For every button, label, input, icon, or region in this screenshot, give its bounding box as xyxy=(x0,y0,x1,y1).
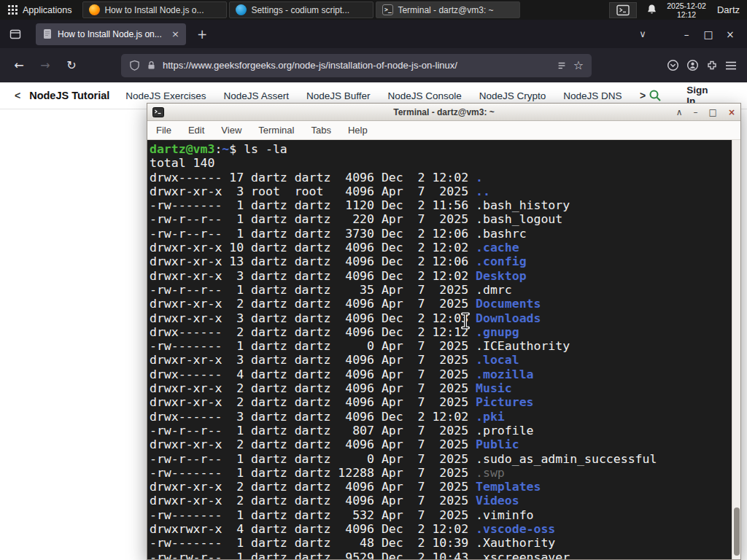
applications-grid-icon xyxy=(8,5,18,15)
user-menu[interactable]: Dartz xyxy=(716,4,740,15)
notification-bell-icon[interactable] xyxy=(646,4,657,17)
sitenav-link[interactable]: NodeJS Assert xyxy=(224,90,289,101)
search-icon[interactable] xyxy=(649,89,662,102)
prompt-symbol: $ xyxy=(229,142,244,156)
reader-mode-icon[interactable] xyxy=(557,61,567,71)
file-name: Videos xyxy=(476,494,519,508)
terminal-titlebar[interactable]: Terminal - dartz@vm3: ~ ∧ – □ × xyxy=(147,104,740,121)
pocket-icon[interactable] xyxy=(667,59,679,71)
file-name: .vscode-oss xyxy=(476,522,555,536)
tray-terminal-icon[interactable] xyxy=(609,2,637,18)
terminal-shade-button[interactable]: ∧ xyxy=(676,107,683,117)
total-line: total 140 xyxy=(150,156,214,170)
extensions-icon[interactable] xyxy=(706,60,718,71)
bookmark-star-icon[interactable]: ☆ xyxy=(573,58,584,72)
terminal-menu-terminal[interactable]: Terminal xyxy=(258,125,294,136)
terminal-body: dartz@vm3:~$ ls -la total 140 drwx------… xyxy=(147,140,740,559)
file-meta: drwx------ 4 dartz dartz 4096 Apr 7 2025 xyxy=(150,368,476,381)
lock-icon[interactable] xyxy=(147,60,156,71)
file-meta: drwxr-xr-x 2 dartz dartz 4096 Apr 7 2025 xyxy=(150,438,476,451)
file-name: .sudo_as_admin_successful xyxy=(476,452,657,466)
terminal-maximize-button[interactable]: □ xyxy=(709,107,717,117)
window-close-button[interactable]: × xyxy=(719,28,741,40)
toolbar-right-buttons xyxy=(667,59,740,71)
terminal-scrollbar[interactable] xyxy=(732,140,740,559)
file-name: Documents xyxy=(476,297,541,311)
file-name: . xyxy=(476,171,483,184)
tracking-shield-icon[interactable] xyxy=(129,60,140,71)
file-meta: -rw------- 1 dartz dartz 0 Apr 7 2025 xyxy=(150,339,476,353)
account-icon[interactable] xyxy=(686,59,699,71)
tab-close-icon[interactable]: × xyxy=(171,28,179,39)
sitenav-current-item[interactable]: NodeJS Tutorial xyxy=(29,90,109,101)
file-meta: drwxr-xr-x 2 dartz dartz 4096 Apr 7 2025 xyxy=(150,480,476,494)
file-meta: drwx------ 3 dartz dartz 4096 Dec 2 12:0… xyxy=(150,410,476,424)
file-meta: -rw-r--r-- 1 dartz dartz 3730 Dec 2 12:0… xyxy=(150,227,476,241)
terminal-minimize-button[interactable]: – xyxy=(694,107,698,117)
window-maximize-button[interactable]: □ xyxy=(697,28,719,40)
sitenav-link[interactable]: NodeJS Exercises xyxy=(125,90,206,101)
firefox-view-icon[interactable] xyxy=(6,25,25,44)
terminal-menu-view[interactable]: View xyxy=(221,125,241,136)
sitenav-next-icon[interactable]: > xyxy=(637,90,649,101)
sitenav-prev-icon[interactable]: < xyxy=(12,90,23,101)
taskbar-window-title: Settings - codium script... xyxy=(251,5,349,15)
top-panel: Applications How to Install Node.js o...… xyxy=(0,0,747,20)
file-meta: drwx------ 2 dartz dartz 4096 Dec 2 12:1… xyxy=(150,325,476,339)
reload-button[interactable]: ↻ xyxy=(60,54,83,77)
file-name: Desktop xyxy=(476,269,527,283)
file-name: Downloads xyxy=(476,311,541,325)
terminal-menu-edit[interactable]: Edit xyxy=(188,125,204,136)
forward-button[interactable]: → xyxy=(34,54,57,77)
taskbar-window-button[interactable]: Settings - codium script... xyxy=(229,1,374,18)
file-meta: -rw-rw-r-- 1 dartz dartz 9529 Dec 2 10:4… xyxy=(150,551,476,559)
terminal-menu-help[interactable]: Help xyxy=(348,125,368,136)
file-name: .pki xyxy=(476,410,505,424)
terminal-menu-tabs[interactable]: Tabs xyxy=(311,125,330,136)
file-name: .dmrc xyxy=(476,283,512,297)
sitenav-link[interactable]: NodeJS Buffer xyxy=(306,90,371,101)
url-text[interactable]: https://www.geeksforgeeks.org/node-js/in… xyxy=(163,60,550,71)
taskbar-window-button[interactable]: >_Terminal - dartz@vm3: ~ xyxy=(376,1,520,18)
tab-title: How to Install Node.js on... xyxy=(58,29,166,39)
terminal-app-icon xyxy=(152,106,164,118)
browser-tab[interactable]: How to Install Node.js on... × xyxy=(36,23,186,45)
terminal-window-controls: ∧ – □ × xyxy=(676,107,735,117)
window-minimize-button[interactable]: – xyxy=(676,28,697,40)
clock-time: 12:12 xyxy=(667,10,706,19)
file-name: Music xyxy=(476,381,512,395)
new-tab-button[interactable]: + xyxy=(192,24,212,44)
terminal-menu-file[interactable]: File xyxy=(156,125,171,136)
file-name: .xscreensaver xyxy=(476,551,570,559)
sitenav-link[interactable]: NodeJS Console xyxy=(387,90,461,101)
file-meta: -rw------- 1 dartz dartz 12288 Apr 7 202… xyxy=(150,466,476,480)
applications-label: Applications xyxy=(23,5,71,15)
sitenav-links: NodeJS ExercisesNodeJS AssertNodeJS Buff… xyxy=(125,90,637,101)
file-meta: -rw-r--r-- 1 dartz dartz 0 Apr 7 2025 xyxy=(150,452,476,466)
file-meta: drwxr-xr-x 3 dartz dartz 4096 Apr 7 2025 xyxy=(150,353,476,367)
terminal-scrollbar-thumb[interactable] xyxy=(734,508,740,556)
tab-favicon xyxy=(42,28,53,39)
list-tabs-icon[interactable]: ∨ xyxy=(632,28,654,39)
taskbar-window-title: How to Install Node.js o... xyxy=(104,5,204,15)
file-meta: drwxrwxr-x 4 dartz dartz 4096 Dec 2 12:0… xyxy=(150,522,476,536)
applications-menu-button[interactable]: Applications xyxy=(0,0,80,20)
clock[interactable]: 2025-12-02 12:12 xyxy=(667,1,706,19)
menu-hamburger-icon[interactable] xyxy=(725,61,737,71)
terminal-close-button[interactable]: × xyxy=(728,107,735,117)
file-name: .profile xyxy=(476,424,533,438)
file-meta: drwxr-xr-x 3 dartz dartz 4096 Dec 2 12:0… xyxy=(150,269,476,283)
back-button[interactable]: ← xyxy=(7,54,31,77)
taskbar-window-button[interactable]: How to Install Node.js o... xyxy=(82,1,227,18)
file-meta: drwx------ 17 dartz dartz 4096 Dec 2 12:… xyxy=(150,171,476,184)
clock-date: 2025-12-02 xyxy=(667,1,706,10)
url-bar[interactable]: https://www.geeksforgeeks.org/node-js/in… xyxy=(121,54,592,77)
terminal-output[interactable]: dartz@vm3:~$ ls -la total 140 drwx------… xyxy=(150,142,729,559)
file-name: Pictures xyxy=(476,395,533,409)
sitenav-link[interactable]: NodeJS DNS xyxy=(563,90,622,101)
file-name: .bash_logout xyxy=(476,212,562,226)
browser-toolbar: ← → ↻ https://www.geeksforgeeks.org/node… xyxy=(0,48,747,82)
sitenav-link[interactable]: NodeJS Crypto xyxy=(479,90,546,101)
file-meta: -rw------- 1 dartz dartz 48 Dec 2 10:39 xyxy=(150,536,476,550)
prompt-user-host: dartz@vm3 xyxy=(150,142,214,156)
